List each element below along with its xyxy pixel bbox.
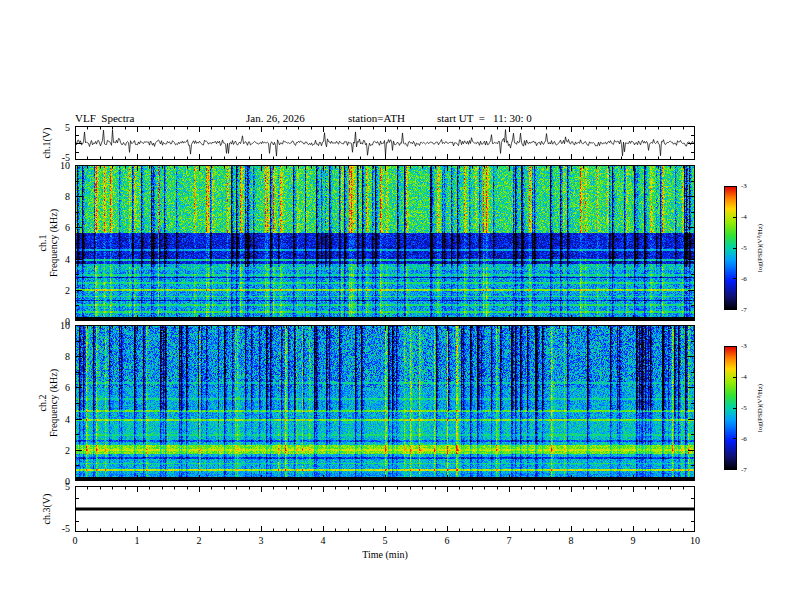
ytick-label: 8 [42,191,70,202]
ch1-spectrogram-canvas [75,165,695,321]
xtick-label: 10 [690,535,700,546]
vlf-spectra-figure: VLF Spectra Jan. 26, 2026 station=ATH st… [0,0,792,612]
ytick-label: -5 [42,523,70,534]
colorbar-ch2-canvas [724,346,737,470]
ytick-label: 5 [42,481,70,492]
colorbar-tick-label: -7 [741,306,747,314]
plot-title: VLF Spectra [75,112,134,124]
ytick-label: 5 [42,122,70,133]
ytick-label: 2 [42,445,70,456]
colorbar-title: log(PSD)(V²/Hz) [755,224,766,272]
colorbar-tick-label: -6 [741,435,747,443]
ylabel-ch3-volts: ch.3(V) [41,494,52,525]
ytick-label: 4 [42,254,70,265]
colorbar-tick-label: -5 [741,404,747,412]
colorbar-ch1-canvas [724,186,737,310]
xtick-label: 2 [197,535,202,546]
colorbar-tick-label: -4 [741,373,747,381]
xtick-label: 9 [631,535,636,546]
ytick-label: 6 [42,222,70,233]
ylabel-ch1-axis: Frequency (kHz) [48,209,59,277]
plot-date: Jan. 26, 2026 [246,112,305,124]
xtick-label: 0 [73,535,78,546]
xtick-label: 5 [383,535,388,546]
colorbar-tick-label: -3 [741,182,747,190]
ylabel-ch2-axis: Frequency (kHz) [48,369,59,437]
xtick-label: 6 [445,535,450,546]
ylabel-ch2-frequency: ch.2 Frequency (kHz) [37,369,59,437]
ylabel-ch1-frequency: ch.1 Frequency (kHz) [37,209,59,277]
ytick-label: 2 [42,285,70,296]
ytick-label: 4 [42,414,70,425]
plot-start-ut: start UT = 11: 30: 0 [437,112,532,124]
colorbar-tick-label: -4 [741,213,747,221]
colorbar-tick-label: -5 [741,244,747,252]
ylabel-ch2-channel: ch.2 [37,369,48,437]
xtick-label: 7 [507,535,512,546]
ylabel-ch1-channel: ch.1 [37,209,48,277]
colorbar-title: log(PSD)(V²/Hz) [755,384,766,432]
ytick-label: 10 [42,160,70,171]
ch1-waveform-canvas [75,126,695,160]
ytick-label: 10 [42,320,70,331]
xtick-label: 1 [135,535,140,546]
xtick-label: 8 [569,535,574,546]
colorbar-tick-label: -6 [741,275,747,283]
xaxis-title: Time (min) [362,549,407,560]
ytick-label: 8 [42,351,70,362]
ch3-waveform-canvas [75,486,695,532]
ytick-label: 6 [42,382,70,393]
xtick-label: 3 [259,535,264,546]
xtick-label: 4 [321,535,326,546]
colorbar-tick-label: -3 [741,342,747,350]
colorbar-tick-label: -7 [741,466,747,474]
plot-station: station=ATH [348,112,405,124]
ch2-spectrogram-canvas [75,325,695,481]
